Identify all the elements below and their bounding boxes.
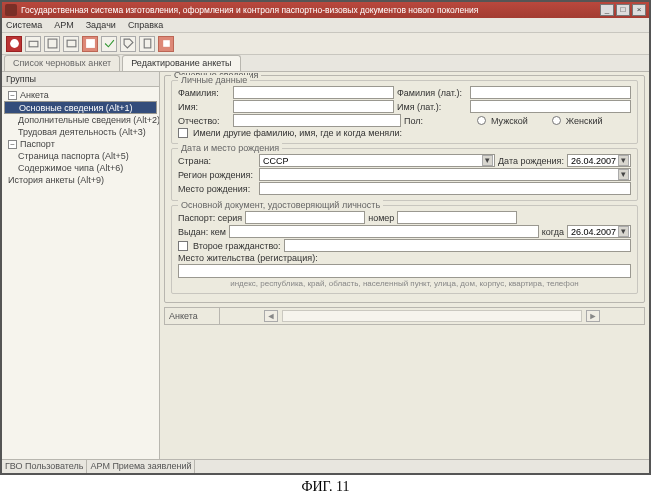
had-other-checkbox[interactable]	[178, 128, 188, 138]
chevron-down-icon[interactable]: ▾	[482, 155, 493, 166]
passport-number-input[interactable]	[397, 211, 517, 224]
passport-series-input[interactable]	[245, 211, 365, 224]
close-button[interactable]: ×	[632, 4, 646, 16]
tree-root-anketa[interactable]: −Анкета	[4, 89, 157, 101]
tree-item-history[interactable]: История анкеты (Alt+9)	[4, 174, 157, 186]
footer-nav: Анкета ◄ ►	[164, 307, 645, 325]
menu-arm[interactable]: АРМ	[54, 18, 73, 32]
nav-text	[282, 310, 582, 322]
tb-save-icon[interactable]	[82, 36, 98, 52]
nav-prev-button[interactable]: ◄	[264, 310, 278, 322]
maximize-button[interactable]: □	[616, 4, 630, 16]
tree: −Анкета Основные сведения (Alt+1) Дополн…	[2, 87, 159, 462]
issued-by-input[interactable]	[229, 225, 539, 238]
minimize-button[interactable]: _	[600, 4, 614, 16]
figure-caption: ФИГ. 11	[0, 475, 651, 499]
birth-place-input[interactable]	[259, 182, 631, 195]
sex-male-radio[interactable]	[477, 116, 486, 125]
tree-item-chip[interactable]: Содержимое чипа (Alt+6)	[4, 162, 157, 174]
dual-citizenship-checkbox[interactable]	[178, 241, 188, 251]
tb-photo-icon[interactable]	[44, 36, 60, 52]
titlebar: Государственная система изготовления, оф…	[2, 2, 649, 18]
tb-camera-icon[interactable]	[25, 36, 41, 52]
tree-root-passport[interactable]: −Паспорт	[4, 138, 157, 150]
birth-region-select[interactable]: ▾	[259, 168, 631, 181]
app-window: Государственная система изготовления, оф…	[0, 0, 651, 475]
tab-draft-list[interactable]: Список черновых анкет	[4, 55, 120, 71]
chevron-down-icon[interactable]: ▾	[618, 169, 629, 180]
dual-citizenship-input[interactable]	[284, 239, 631, 252]
sex-female-radio[interactable]	[552, 116, 561, 125]
menu-help[interactable]: Справка	[128, 18, 163, 32]
tabstrip: Список черновых анкет Редактирование анк…	[2, 55, 649, 72]
tb-export-icon[interactable]	[158, 36, 174, 52]
group-main: Основные сведения Личные данные Фамилия:…	[164, 75, 645, 303]
svg-rect-1	[29, 41, 38, 47]
svg-rect-5	[144, 39, 151, 48]
address-input[interactable]	[178, 264, 631, 278]
expand-icon[interactable]: −	[8, 91, 17, 100]
tree-item-additional[interactable]: Дополнительные сведения (Alt+2)	[4, 114, 157, 126]
toolbar	[2, 33, 649, 55]
status-arm: АРМ Приема заявлений	[87, 460, 195, 473]
country-select[interactable]: СССР ▾	[259, 154, 495, 167]
group-document: Основной документ, удостоверяющий личнос…	[171, 205, 638, 294]
tb-doc-icon[interactable]	[139, 36, 155, 52]
nav-next-button[interactable]: ►	[586, 310, 600, 322]
menu-tasks[interactable]: Задачи	[86, 18, 116, 32]
window-title: Государственная система изготовления, оф…	[21, 5, 600, 15]
svg-rect-3	[67, 40, 76, 47]
sidebar: Группы −Анкета Основные сведения (Alt+1)…	[2, 72, 160, 462]
svg-rect-2	[48, 39, 57, 48]
svg-rect-4	[86, 39, 95, 48]
tree-item-basic[interactable]: Основные сведения (Alt+1)	[4, 101, 157, 114]
tb-check-icon[interactable]	[101, 36, 117, 52]
menu-system[interactable]: Система	[6, 18, 42, 32]
tab-edit-form[interactable]: Редактирование анкеты	[122, 55, 240, 71]
menubar: Система АРМ Задачи Справка	[2, 18, 649, 33]
group-birth: Дата и место рождения Страна: СССР ▾ Дат…	[171, 148, 638, 201]
footer-label: Анкета	[165, 308, 220, 324]
tb-tag-icon[interactable]	[120, 36, 136, 52]
svg-point-0	[10, 39, 19, 48]
name-input[interactable]	[233, 100, 394, 113]
chevron-down-icon[interactable]: ▾	[618, 226, 629, 237]
sidebar-header: Группы	[2, 72, 159, 87]
name-lat-input[interactable]	[470, 100, 631, 113]
patronymic-input[interactable]	[233, 114, 401, 127]
status-user: ГВО Пользователь	[2, 460, 87, 473]
tb-scan-icon[interactable]	[63, 36, 79, 52]
issued-when-input[interactable]: 26.04.2007 ▾	[567, 225, 631, 238]
svg-rect-6	[163, 40, 170, 47]
group-personal: Личные данные Фамилия: Фамилия (лат.): И…	[171, 80, 638, 144]
dob-input[interactable]: 26.04.2007 ▾	[567, 154, 631, 167]
app-icon	[5, 4, 17, 16]
surname-lat-input[interactable]	[470, 86, 631, 99]
form-area: Основные сведения Личные данные Фамилия:…	[160, 72, 649, 462]
statusbar: ГВО Пользователь АРМ Приема заявлений	[2, 459, 649, 473]
tree-item-passport-page[interactable]: Страница паспорта (Alt+5)	[4, 150, 157, 162]
expand-icon[interactable]: −	[8, 140, 17, 149]
tb-record-icon[interactable]	[6, 36, 22, 52]
surname-input[interactable]	[233, 86, 394, 99]
chevron-down-icon[interactable]: ▾	[618, 155, 629, 166]
tree-item-work[interactable]: Трудовая деятельность (Alt+3)	[4, 126, 157, 138]
